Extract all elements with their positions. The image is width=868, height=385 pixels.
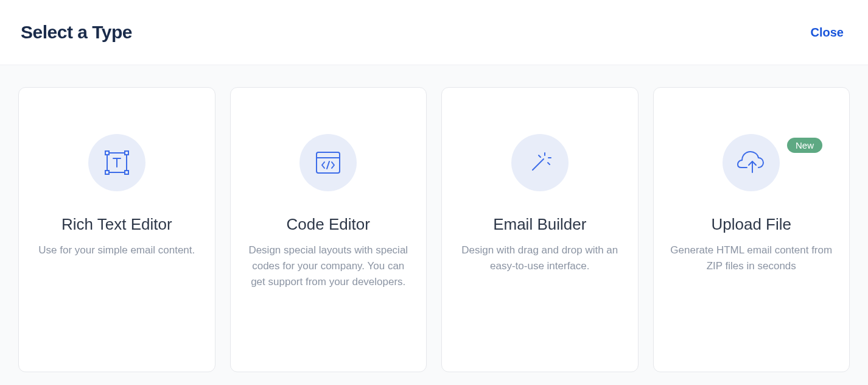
- new-badge: New: [787, 138, 822, 153]
- card-description: Design special layouts with special code…: [246, 242, 410, 291]
- svg-line-8: [533, 159, 544, 170]
- page-title: Select a Type: [21, 22, 132, 43]
- card-title: Code Editor: [287, 213, 370, 236]
- svg-rect-1: [105, 151, 109, 155]
- code-window-icon: [299, 134, 357, 191]
- close-button[interactable]: Close: [811, 26, 844, 40]
- card-description: Generate HTML email content from ZIP fil…: [669, 242, 833, 275]
- svg-rect-2: [125, 151, 128, 155]
- card-title: Rich Text Editor: [61, 213, 172, 236]
- svg-line-11: [539, 155, 541, 157]
- type-cards-container: Rich Text Editor Use for your simple ema…: [0, 65, 868, 385]
- svg-line-7: [327, 161, 329, 169]
- svg-rect-5: [317, 152, 340, 173]
- card-upload-file[interactable]: New Upload File Generate HTML email cont…: [653, 87, 850, 372]
- wand-icon: [511, 134, 569, 191]
- cloud-upload-icon: [723, 134, 780, 191]
- svg-line-12: [548, 163, 550, 164]
- modal-header: Select a Type Close: [0, 0, 868, 65]
- card-email-builder[interactable]: Email Builder Design with drag and drop …: [441, 87, 639, 372]
- card-title: Email Builder: [493, 213, 586, 236]
- card-description: Use for your simple email content.: [38, 242, 195, 258]
- card-rich-text-editor[interactable]: Rich Text Editor Use for your simple ema…: [18, 87, 215, 372]
- svg-rect-4: [125, 171, 128, 174]
- text-box-icon: [88, 134, 145, 191]
- card-title: Upload File: [711, 213, 791, 236]
- svg-rect-3: [105, 171, 109, 174]
- card-code-editor[interactable]: Code Editor Design special layouts with …: [230, 87, 427, 372]
- card-description: Design with drag and drop with an easy-t…: [458, 242, 622, 275]
